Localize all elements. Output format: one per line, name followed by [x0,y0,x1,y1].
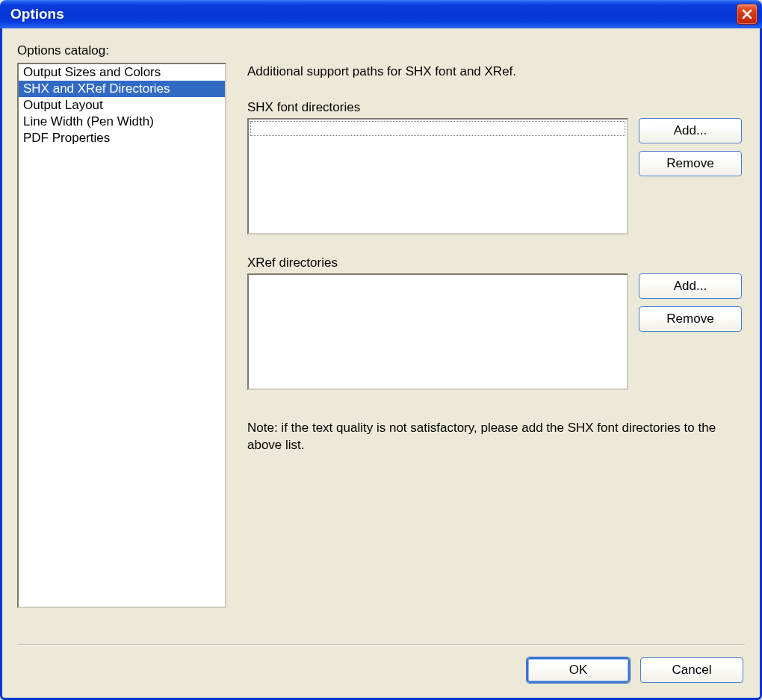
panel-description: Additional support paths for SHX font an… [247,64,516,78]
catalog-item-4[interactable]: PDF Properties [19,130,225,146]
shx-font-directories-label: SHX font directories [247,100,745,115]
catalog-item-1[interactable]: SHX and XRef Directories [19,81,225,97]
right-panel: Additional support paths for SHX font an… [247,64,745,454]
shx-add-button[interactable]: Add... [639,118,742,143]
note-text: Note: if the text quality is not satisfa… [247,420,725,454]
cancel-button[interactable]: Cancel [640,657,743,683]
shx-directories-list[interactable] [247,118,628,235]
xref-remove-button[interactable]: Remove [639,306,742,332]
catalog-item-3[interactable]: Line Width (Pen Width) [19,114,225,130]
options-catalog-list[interactable]: Output Sizes and ColorsSHX and XRef Dire… [17,63,226,608]
xref-directories-list[interactable] [247,273,628,390]
options-catalog-label: Options catalog: [17,43,745,58]
catalog-item-0[interactable]: Output Sizes and Colors [19,64,225,81]
ok-button[interactable]: OK [527,657,630,683]
close-icon [742,9,752,19]
shx-list-focus-row [250,121,625,136]
xref-directories-label: XRef directories [247,255,745,270]
close-button[interactable] [737,4,758,25]
xref-add-button[interactable]: Add... [639,273,742,299]
title-bar[interactable]: Options [0,0,762,28]
catalog-item-2[interactable]: Output Layout [19,97,225,114]
shx-remove-button[interactable]: Remove [639,151,742,176]
separator [17,644,745,645]
window-title: Options [10,6,64,22]
